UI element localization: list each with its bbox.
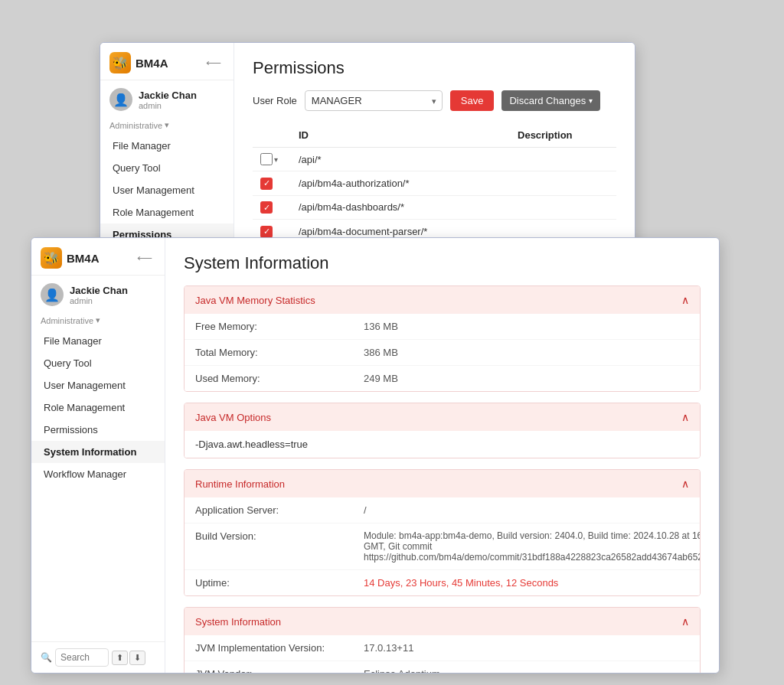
sidebar-user-front: 👤 Jackie Chan admin [31,276,165,311]
user-info-front: Jackie Chan admin [70,285,128,305]
sidebar-header: 🐝 BM4A ⟵ [100,43,234,80]
page-title-front: System Information [184,253,701,273]
row-desc-2 [510,195,616,220]
accordion-runtime-info: Runtime Information ∧ Application Server… [184,469,701,596]
logo: 🐝 BM4A [109,52,168,73]
search-prev-button-front[interactable]: ⬆ [112,651,128,665]
col-checkbox [253,123,291,148]
chevron-up-icon-0: ∧ [681,294,689,306]
sidebar-nav-front: File Manager Query Tool User Management … [31,328,165,641]
col-description: Description [510,123,616,148]
row-desc-1 [510,171,616,196]
row-checkbox-1[interactable]: ✓ [260,178,273,190]
info-row-used-memory: Used Memory: 249 MB [185,366,700,391]
sidebar-section-label[interactable]: Administrative ▾ [100,116,234,133]
user-name: Jackie Chan [139,90,197,101]
accordion-body-runtime: Application Server: / Build Version: Mod… [185,497,700,595]
user-role: admin [139,101,197,110]
info-row-build-version: Build Version: Module: bm4a-app:bm4a-dem… [185,524,700,570]
table-row: ✓ /api/bm4a-dashboards/* [253,195,616,220]
sidebar-item-role-management[interactable]: Role Management [100,201,234,223]
sidebar-item-file-manager[interactable]: File Manager [100,135,234,157]
info-row-total-memory: Total Memory: 386 MB [185,340,700,366]
info-row-jvm-vendor: JVM Vendor: Eclipse Adoptium [185,661,700,673]
chevron-up-icon-3: ∧ [681,615,689,628]
accordion-header-runtime[interactable]: Runtime Information ∧ [185,470,700,497]
accordion-body-system-info: JVM Implementation Version: 17.0.13+11 J… [185,635,700,673]
system-info-main-content: System Information Java VM Memory Statis… [165,238,719,673]
avatar-front: 👤 [41,283,64,306]
sidebar-item-user-management[interactable]: User Management [100,179,234,201]
discard-button[interactable]: Discard Changes ▾ [501,90,600,111]
jvm-options-content: -Djava.awt.headless=true [185,431,700,458]
save-button[interactable]: Save [450,90,495,111]
page-title: Permissions [253,58,616,78]
user-role-front: admin [70,296,128,305]
sidebar-item-workflow-manager-front[interactable]: Workflow Manager [31,463,165,485]
sidebar-search-front: 🔍 ⬆ ⬇ [31,641,165,673]
search-icon-front: 🔍 [41,652,52,663]
row-checkbox-3[interactable]: ✓ [260,226,273,238]
chevron-down-icon-discard: ▾ [589,96,593,105]
info-row-jvm-impl-version: JVM Implementation Version: 17.0.13+11 [185,635,700,661]
sidebar-item-query-tool[interactable]: Query Tool [100,157,234,179]
sidebar-user: 👤 Jackie Chan admin [100,80,234,116]
sidebar-item-system-information-front[interactable]: System Information [31,441,165,463]
row-id-2: /api/bm4a-dashboards/* [291,195,510,220]
sidebar-header-front: 🐝 BM4A ⟵ [31,238,165,276]
avatar: 👤 [109,88,132,111]
accordion-jvm-memory: Java VM Memory Statistics ∧ Free Memory:… [184,285,701,392]
logo-front: 🐝 BM4A [41,247,100,269]
permissions-toolbar: User Role MANAGER ADMIN USER ▾ Save Disc… [253,90,616,111]
logo-text-front: BM4A [67,252,100,265]
accordion-body-jvm-options: -Djava.awt.headless=true [185,431,700,458]
row-checkbox-2[interactable]: ✓ [260,201,273,214]
sidebar-front: 🐝 BM4A ⟵ 👤 Jackie Chan admin Administrat… [31,238,165,673]
logo-icon-front: 🐝 [41,247,62,269]
accordion-jvm-options: Java VM Options ∧ -Djava.awt.headless=tr… [184,403,701,458]
table-row: ✓ /api/bm4a-authorization/* [253,171,616,196]
search-buttons-front: ⬆ ⬇ [112,651,145,665]
sidebar-item-query-tool-front[interactable]: Query Tool [31,352,165,374]
sidebar-item-permissions-front[interactable]: Permissions [31,419,165,441]
user-name-front: Jackie Chan [70,285,128,296]
row-desc-0 [510,148,616,171]
chevron-up-icon-2: ∧ [681,478,689,490]
accordion-body-jvm-memory: Free Memory: 136 MB Total Memory: 386 MB… [185,314,700,391]
chevron-up-icon-1: ∧ [681,411,689,423]
accordion-header-jvm-memory[interactable]: Java VM Memory Statistics ∧ [185,286,700,314]
sidebar-collapse-button-front[interactable]: ⟵ [134,250,155,266]
system-info-window: 🐝 BM4A ⟵ 👤 Jackie Chan admin Administrat… [31,237,720,674]
role-select[interactable]: MANAGER ADMIN USER [305,90,443,111]
accordion-system-info: System Information ∧ JVM Implementation … [184,607,701,673]
col-id: ID [291,123,510,148]
sidebar-section-label-front[interactable]: Administrative ▾ [31,311,165,328]
search-input-front[interactable] [55,648,109,667]
row-checkbox-0[interactable] [260,153,273,165]
search-next-button-front[interactable]: ⬇ [129,651,145,665]
info-row-uptime: Uptime: 14 Days, 23 Hours, 45 Minutes, 1… [185,570,700,595]
sidebar-item-role-management-front[interactable]: Role Management [31,396,165,419]
accordion-header-jvm-options[interactable]: Java VM Options ∧ [185,403,700,431]
sidebar-item-user-management-front[interactable]: User Management [31,374,165,396]
logo-text: BM4A [136,57,168,70]
sidebar-item-file-manager-front[interactable]: File Manager [31,330,165,352]
user-info: Jackie Chan admin [139,90,197,110]
logo-icon: 🐝 [109,52,131,73]
info-row-app-server: Application Server: / [185,497,700,524]
sidebar-collapse-button[interactable]: ⟵ [203,55,224,70]
accordion-header-system-info[interactable]: System Information ∧ [185,608,700,635]
info-row-free-memory: Free Memory: 136 MB [185,314,700,340]
chevron-icon-0: ▾ [274,155,278,164]
user-role-label: User Role [253,95,297,106]
table-row: ▾ /api/* [253,148,616,171]
row-id-0: /api/* [291,148,510,171]
role-select-wrapper: MANAGER ADMIN USER ▾ [305,90,443,111]
row-id-1: /api/bm4a-authorization/* [291,171,510,196]
